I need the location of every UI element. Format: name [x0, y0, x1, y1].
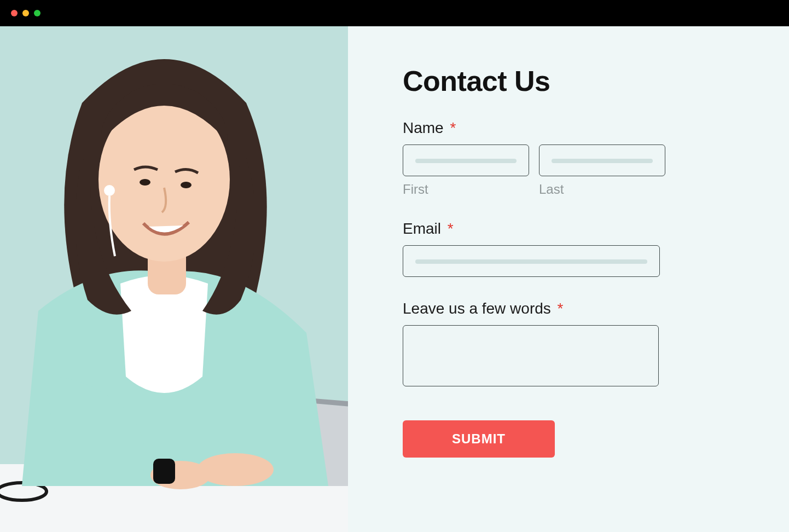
last-name-sublabel: Last	[539, 182, 665, 197]
page-title: Contact Us	[403, 65, 745, 97]
svg-rect-12	[153, 459, 175, 484]
last-name-input[interactable]	[539, 144, 665, 176]
message-field-group: Leave us a few words *	[403, 300, 665, 389]
svg-point-7	[104, 185, 115, 196]
message-label-text: Leave us a few words	[403, 300, 551, 317]
first-name-sublabel: First	[403, 182, 529, 197]
hero-person-illustration	[0, 26, 348, 532]
maximize-window-icon[interactable]	[34, 10, 40, 16]
window-controls	[11, 10, 40, 16]
placeholder-icon	[552, 159, 653, 163]
svg-point-8	[140, 179, 150, 186]
page-content: Contact Us Name * First	[0, 26, 789, 532]
svg-point-9	[181, 182, 192, 188]
email-label: Email *	[403, 220, 665, 238]
placeholder-icon	[415, 259, 647, 264]
window-titlebar	[0, 0, 789, 26]
close-window-icon[interactable]	[11, 10, 18, 16]
email-label-text: Email	[403, 220, 441, 237]
minimize-window-icon[interactable]	[22, 10, 29, 16]
hero-image-panel	[0, 26, 348, 532]
message-textarea[interactable]	[403, 325, 659, 386]
required-mark: *	[558, 300, 564, 317]
submit-button[interactable]: SUBMIT	[403, 420, 555, 458]
email-input[interactable]	[403, 245, 660, 277]
message-label: Leave us a few words *	[403, 300, 665, 317]
first-name-input[interactable]	[403, 144, 529, 176]
name-field-group: Name * First Last	[403, 119, 665, 197]
name-label-text: Name	[403, 119, 444, 136]
email-field-group: Email *	[403, 220, 665, 277]
required-mark: *	[450, 119, 456, 136]
contact-form: Name * First Last	[403, 119, 665, 458]
placeholder-icon	[415, 159, 517, 163]
form-panel: Contact Us Name * First	[348, 26, 789, 532]
required-mark: *	[448, 220, 454, 237]
svg-point-10	[197, 453, 274, 486]
name-label: Name *	[403, 119, 665, 137]
